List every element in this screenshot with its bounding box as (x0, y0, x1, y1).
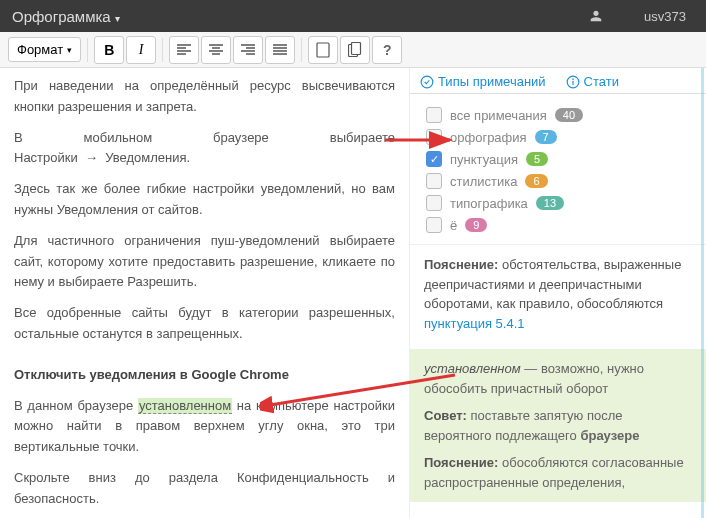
filters: все примечания40 орфография7 пунктуация5… (410, 94, 706, 245)
info-icon (566, 75, 580, 89)
paragraph: Скрольте вниз до раздела Конфиденциально… (14, 468, 395, 510)
align-left-button[interactable] (169, 36, 199, 64)
count-badge: 6 (525, 174, 547, 188)
filter-punctuation[interactable]: пунктуация5 (426, 148, 690, 170)
count-badge: 40 (555, 108, 583, 122)
align-center-button[interactable] (201, 36, 231, 64)
toolbar: Формат▾ B I ? (0, 32, 706, 68)
count-badge: 13 (536, 196, 564, 210)
italic-button[interactable]: I (126, 36, 156, 64)
tab-note-types[interactable]: Типы примечаний (420, 74, 546, 89)
svg-rect-18 (352, 42, 361, 54)
heading: Отключить уведомления в Google Chrome (14, 365, 395, 386)
checkbox[interactable] (426, 107, 442, 123)
highlighted-word[interactable]: установленном (138, 398, 232, 414)
align-right-button[interactable] (233, 36, 263, 64)
paragraph: При наведении на определённый ресурс выс… (14, 76, 395, 118)
svg-rect-16 (317, 43, 329, 57)
rule-link[interactable]: пунктуация 5.4.1 (424, 316, 525, 331)
scrollbar[interactable] (701, 68, 704, 518)
checkbox[interactable] (426, 217, 442, 233)
page-button[interactable] (308, 36, 338, 64)
checkbox[interactable] (426, 151, 442, 167)
count-badge: 5 (526, 152, 548, 166)
paragraph: В данном браузере установленном на компь… (14, 396, 395, 458)
explanation-panel: Пояснение: обстоятельства, выраженные де… (410, 245, 706, 343)
checkbox[interactable] (426, 129, 442, 145)
paragraph: Все одобренные сайты будут в категории р… (14, 303, 395, 345)
bold-button[interactable]: B (94, 36, 124, 64)
checkbox[interactable] (426, 195, 442, 211)
count-badge: 9 (465, 218, 487, 232)
svg-point-22 (572, 78, 573, 79)
svg-point-19 (421, 76, 433, 88)
filter-yo[interactable]: ё9 (426, 214, 690, 236)
caret-down-icon: ▾ (115, 13, 120, 24)
sidebar: Типы примечаний Стати все примечания40 о… (410, 68, 706, 518)
count-badge: 7 (535, 130, 557, 144)
help-button[interactable]: ? (372, 36, 402, 64)
suggestion-panel: установленном — возможно, нужно обособит… (410, 349, 706, 502)
format-dropdown[interactable]: Формат▾ (8, 37, 81, 62)
align-justify-button[interactable] (265, 36, 295, 64)
copy-button[interactable] (340, 36, 370, 64)
filter-orthography[interactable]: орфография7 (426, 126, 690, 148)
filter-stylistics[interactable]: стилистика6 (426, 170, 690, 192)
brand[interactable]: Орфограммка▾ (12, 8, 120, 25)
user-icon[interactable] (588, 8, 604, 24)
caret-down-icon: ▾ (67, 45, 72, 55)
paragraph: Здесь так же более гибкие настройки увед… (14, 179, 395, 221)
check-circle-icon (420, 75, 434, 89)
checkbox[interactable] (426, 173, 442, 189)
topbar: Орфограммка▾ usv373 (0, 0, 706, 32)
tab-statistics[interactable]: Стати (566, 74, 619, 89)
editor[interactable]: При наведении на определённый ресурс выс… (0, 68, 410, 518)
filter-all[interactable]: все примечания40 (426, 104, 690, 126)
username[interactable]: usv373 (644, 9, 686, 24)
paragraph: Для частичного ограничения пуш-уведомлен… (14, 231, 395, 293)
filter-typography[interactable]: типографика13 (426, 192, 690, 214)
paragraph: В мобильном браузере выбираете Настройки… (14, 128, 395, 170)
